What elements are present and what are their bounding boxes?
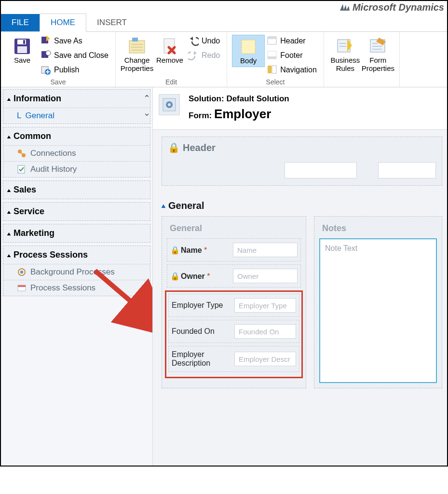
input-employer-type[interactable]: Employer Type [234, 298, 296, 313]
ribbon: Save Save As Save and Close Publish Save [1, 31, 447, 87]
group-label-save: Save [6, 76, 110, 86]
section-header-title: Header [183, 142, 216, 153]
footer-icon [267, 50, 277, 61]
highlighted-fields: Employer Type Employer Type Founded On F… [165, 290, 303, 378]
lock-icon: 🔒 [170, 246, 180, 254]
nav-sec-process: Process Sessions Background Processes Pr… [3, 246, 150, 296]
svg-rect-3 [17, 46, 27, 53]
undo-icon [188, 36, 199, 46]
svg-rect-36 [18, 285, 26, 287]
form-canvas[interactable]: 🔒Header General General 🔒Name * [153, 129, 447, 466]
nav-item-general[interactable]: LGeneral [3, 108, 150, 124]
nav-sec-information: Information LGeneral [3, 89, 150, 124]
input-name[interactable]: Name [233, 243, 298, 257]
nav-hd-process[interactable]: Process Sessions [3, 246, 150, 264]
work-area: ⌃ ⌄ Information LGeneral Common Connecti… [1, 87, 447, 466]
column-notes[interactable]: Notes Note Text [314, 216, 442, 388]
group-label-extra [329, 84, 394, 86]
redo-icon [188, 50, 199, 61]
save-button[interactable]: Save [6, 35, 39, 66]
redo-button[interactable]: Redo [186, 49, 222, 62]
remove-icon [160, 37, 179, 56]
input-owner[interactable]: Owner [233, 269, 298, 283]
header-button[interactable]: Header [265, 35, 319, 47]
tab-file[interactable]: FILE [1, 14, 40, 31]
ribbon-group-edit: Change Properties Remove Undo Redo Edit [116, 32, 227, 87]
nav-hd-sales[interactable]: Sales [3, 181, 150, 199]
navigation-button[interactable]: Navigation [265, 64, 319, 76]
nav-hd-marketing[interactable]: Marketing [3, 224, 150, 242]
field-owner[interactable]: 🔒Owner * Owner [167, 264, 301, 288]
form-header-bar: Solution: Default Solution Form: Employe… [153, 87, 447, 129]
field-employer-type[interactable]: Employer Type Employer Type [168, 294, 299, 317]
tab-home[interactable]: HOME [40, 14, 86, 32]
form-icon [159, 94, 180, 115]
save-close-icon [41, 50, 51, 61]
form-designer-main: Solution: Default Solution Form: Employe… [153, 87, 447, 466]
publish-icon [41, 65, 51, 75]
nav-sec-service: Service [3, 202, 150, 221]
svg-rect-2 [23, 40, 25, 44]
brand-bar: Microsoft Dynamics [1, 1, 447, 13]
save-as-icon [41, 36, 51, 46]
form-props-icon [368, 37, 388, 56]
tab-insert[interactable]: INSERT [86, 14, 137, 31]
input-founded-on[interactable]: Founded On [234, 324, 296, 339]
brand-label: Microsoft Dynamics [353, 2, 444, 13]
svg-rect-17 [268, 37, 276, 39]
svg-rect-20 [268, 66, 272, 73]
form-properties-button[interactable]: Form Properties [362, 35, 394, 75]
nav-scroll-down[interactable]: ⌄ [143, 108, 150, 118]
nav-item-process-sessions[interactable]: Process Sessions [3, 280, 150, 296]
svg-rect-15 [242, 40, 255, 54]
svg-rect-10 [132, 38, 138, 41]
svg-point-34 [20, 271, 23, 274]
save-as-button[interactable]: Save As [39, 35, 110, 47]
remove-button[interactable]: Remove [153, 35, 186, 66]
group-label-select: Select [232, 76, 319, 86]
body-button[interactable]: Body [232, 35, 265, 67]
nav-hd-information[interactable]: Information [3, 90, 150, 108]
business-rules-button[interactable]: Business Rules [329, 35, 362, 75]
nav-sec-marketing: Marketing [3, 224, 150, 243]
svg-rect-9 [129, 41, 145, 53]
gear-cycle-icon [17, 267, 27, 277]
form-value: Employer [214, 107, 272, 121]
section-general-title: General [168, 200, 204, 211]
ribbon-group-select: Body Header Footer Navigation Select [227, 32, 324, 87]
nav-scroll: ⌃ ⌄ [143, 93, 150, 118]
footer-button[interactable]: Footer [265, 49, 319, 62]
nav-hd-service[interactable]: Service [3, 203, 150, 220]
publish-button[interactable]: Publish [39, 64, 110, 76]
field-name[interactable]: 🔒Name * Name [167, 238, 301, 261]
ribbon-group-extra: Business Rules Form Properties [324, 32, 400, 87]
nav-item-audit[interactable]: Audit History [3, 161, 150, 177]
ribbon-group-save: Save Save As Save and Close Publish Save [1, 32, 116, 87]
solution-label: Solution: [189, 94, 224, 103]
nav-hd-common[interactable]: Common [3, 127, 150, 145]
gear-form-icon [162, 97, 176, 112]
form-label: Form: [189, 111, 212, 120]
ribbon-tabs: FILE HOME INSERT [1, 13, 447, 31]
form-section-header[interactable]: 🔒Header [162, 137, 442, 186]
properties-icon [127, 37, 147, 56]
col-notes-label: Notes [319, 221, 437, 238]
nav-scroll-up[interactable]: ⌃ [143, 93, 150, 104]
lock-icon: 🔒 [170, 272, 180, 280]
nav-item-connections[interactable]: Connections [3, 145, 150, 161]
field-employer-description[interactable]: Employer Description Employer Descr [168, 346, 299, 372]
nav-item-bg-processes[interactable]: Background Processes [3, 264, 150, 280]
input-employer-description[interactable]: Employer Descr [234, 352, 296, 366]
form-section-general[interactable]: General General 🔒Name * Name 🔒Owner * Ow… [162, 195, 442, 388]
field-founded-on[interactable]: Founded On Founded On [168, 320, 299, 343]
save-close-button[interactable]: Save and Close [39, 49, 110, 62]
column-general[interactable]: General 🔒Name * Name 🔒Owner * Owner Empl… [162, 216, 306, 388]
header-placeholder-1[interactable] [285, 162, 357, 178]
solution-value: Default Solution [226, 94, 289, 103]
change-properties-button[interactable]: Change Properties [121, 35, 153, 75]
svg-point-6 [46, 51, 51, 55]
group-label-edit: Edit [121, 76, 222, 86]
undo-button[interactable]: Undo [186, 35, 222, 47]
notes-textarea[interactable]: Note Text [319, 238, 437, 383]
header-placeholder-2[interactable] [378, 162, 436, 178]
